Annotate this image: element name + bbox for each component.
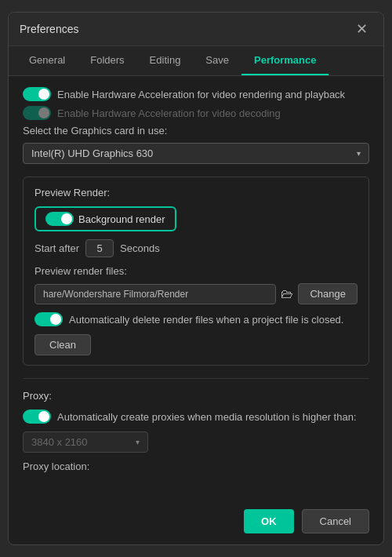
file-path-display: hare/Wondershare Filmora/Render [34,284,276,304]
preview-render-title: Preview Render: [34,187,358,198]
dialog-title: Preferences [20,23,78,35]
seconds-label: Seconds [120,242,160,254]
hw-accel-toggle1[interactable] [23,87,51,101]
tab-performance[interactable]: Performance [241,46,328,75]
auto-delete-label: Automatically delete render files when a… [69,314,343,326]
tab-folders[interactable]: Folders [78,46,136,75]
auto-proxy-label: Automatically create proxies when media … [57,411,357,423]
tab-editing[interactable]: Editing [137,46,194,75]
ok-button[interactable]: OK [244,509,294,533]
hw-accel-row2: Enable Hardware Acceleration for video d… [23,106,369,120]
close-button[interactable]: ✕ [351,20,372,38]
bg-render-toggle[interactable] [45,212,74,226]
cancel-button[interactable]: Cancel [302,509,369,533]
chevron-down-icon-2: ▾ [136,438,140,446]
graphics-card-value: Intel(R) UHD Graphics 630 [31,147,153,159]
chevron-down-icon: ▾ [357,149,361,158]
start-after-label: Start after [34,242,79,254]
preview-render-section: Preview Render: Background render Start … [23,177,369,366]
hw-accel-row1: Enable Hardware Acceleration for video r… [23,87,369,101]
bg-render-toggle-knob [61,213,72,224]
toggle-knob2 [38,107,49,118]
bg-render-label: Background render [78,213,165,225]
tab-save[interactable]: Save [193,46,241,75]
graphics-card-select[interactable]: Intel(R) UHD Graphics 630 ▾ [23,143,369,164]
preferences-dialog: Preferences ✕ General Folders Editing Sa… [8,12,384,545]
toggle-knob1 [38,89,49,100]
file-path-row: hare/Wondershare Filmora/Render 🗁 Change [34,283,358,304]
proxy-location-label: Proxy location: [23,461,369,472]
auto-delete-knob [50,314,61,325]
proxy-title: Proxy: [23,390,369,402]
start-after-row: Start after Seconds [34,239,358,257]
tab-general[interactable]: General [16,46,78,75]
bg-render-box: Background render [34,206,176,231]
folder-icon[interactable]: 🗁 [281,287,293,301]
start-after-input[interactable] [85,239,114,257]
section-divider [23,378,369,379]
auto-proxy-toggle[interactable] [23,410,51,424]
resolution-value: 3840 x 2160 [31,436,88,448]
graphics-card-label: Select the Graphics card in use: [23,125,369,137]
proxy-section: Proxy: Automatically create proxies when… [23,390,369,472]
auto-proxy-knob [38,411,49,422]
resolution-select[interactable]: 3840 x 2160 ▾ [23,431,148,453]
auto-proxy-row: Automatically create proxies when media … [23,410,369,424]
title-bar: Preferences ✕ [9,13,383,46]
footer-buttons: OK Cancel [244,509,369,533]
hw-accel-label2: Enable Hardware Acceleration for video d… [57,107,281,119]
auto-delete-toggle[interactable] [34,312,63,326]
content-area: Enable Hardware Acceleration for video r… [9,76,383,494]
graphics-card-section: Select the Graphics card in use: Intel(R… [23,125,369,164]
hw-accel-label1: Enable Hardware Acceleration for video r… [57,89,345,100]
tab-bar: General Folders Editing Save Performance [9,46,383,76]
auto-delete-row: Automatically delete render files when a… [34,312,358,326]
preview-files-label: Preview render files: [34,265,358,277]
hw-accel-toggle2 [23,106,51,120]
change-button[interactable]: Change [298,283,358,304]
clean-button[interactable]: Clean [34,334,91,355]
